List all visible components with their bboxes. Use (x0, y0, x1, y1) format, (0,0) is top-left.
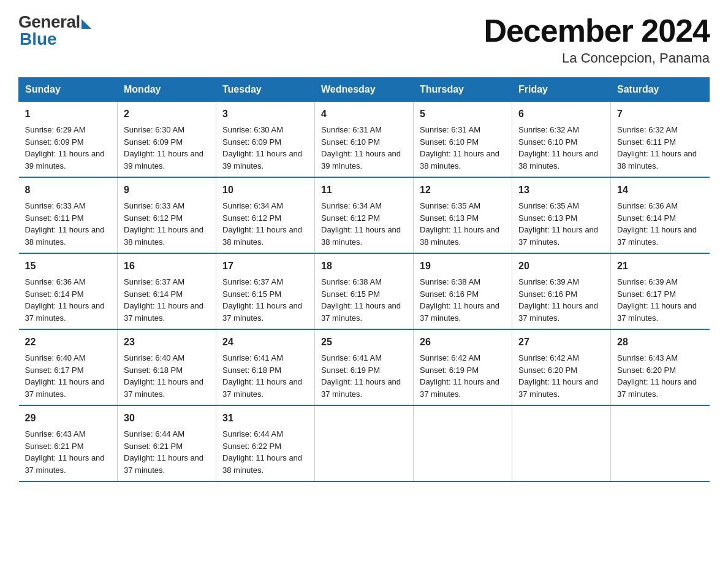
day-info: Sunrise: 6:35 AMSunset: 6:13 PMDaylight:… (420, 201, 499, 247)
day-info: Sunrise: 6:39 AMSunset: 6:17 PMDaylight:… (617, 277, 697, 323)
week-row-1: 1 Sunrise: 6:29 AMSunset: 6:09 PMDayligh… (19, 102, 710, 178)
day-number: 10 (222, 183, 308, 197)
day-number: 31 (222, 411, 308, 426)
logo: General Blue (18, 12, 91, 49)
day-info: Sunrise: 6:44 AMSunset: 6:22 PMDaylight:… (222, 429, 302, 475)
day-number: 14 (617, 183, 703, 197)
day-number: 11 (321, 183, 407, 197)
week-row-5: 29 Sunrise: 6:43 AMSunset: 6:21 PMDaylig… (19, 405, 710, 481)
title-block: December 2024 La Concepcion, Panama (483, 12, 710, 66)
calendar-cell: 18 Sunrise: 6:38 AMSunset: 6:15 PMDaylig… (315, 253, 414, 329)
calendar-cell: 28 Sunrise: 6:43 AMSunset: 6:20 PMDaylig… (611, 329, 710, 405)
calendar-cell: 25 Sunrise: 6:41 AMSunset: 6:19 PMDaylig… (315, 329, 414, 405)
calendar-cell: 8 Sunrise: 6:33 AMSunset: 6:11 PMDayligh… (19, 177, 118, 253)
day-info: Sunrise: 6:32 AMSunset: 6:10 PMDaylight:… (518, 125, 598, 170)
calendar-header: SundayMondayTuesdayWednesdayThursdayFrid… (19, 78, 710, 102)
day-info: Sunrise: 6:42 AMSunset: 6:20 PMDaylight:… (518, 353, 598, 399)
day-number: 12 (420, 183, 506, 197)
day-info: Sunrise: 6:43 AMSunset: 6:21 PMDaylight:… (25, 429, 105, 475)
calendar-title: December 2024 (483, 12, 710, 49)
day-number: 3 (222, 107, 308, 121)
day-number: 17 (222, 259, 308, 274)
day-info: Sunrise: 6:44 AMSunset: 6:21 PMDaylight:… (124, 429, 203, 475)
day-number: 29 (25, 411, 112, 426)
day-number: 30 (124, 411, 210, 426)
calendar-cell: 20 Sunrise: 6:39 AMSunset: 6:16 PMDaylig… (512, 253, 611, 329)
day-info: Sunrise: 6:34 AMSunset: 6:12 PMDaylight:… (222, 201, 302, 247)
calendar-cell: 3 Sunrise: 6:30 AMSunset: 6:09 PMDayligh… (216, 102, 315, 178)
calendar-cell (315, 405, 414, 481)
day-info: Sunrise: 6:43 AMSunset: 6:20 PMDaylight:… (617, 353, 697, 399)
day-number: 22 (25, 335, 112, 350)
week-row-2: 8 Sunrise: 6:33 AMSunset: 6:11 PMDayligh… (19, 177, 710, 253)
day-info: Sunrise: 6:41 AMSunset: 6:19 PMDaylight:… (321, 353, 401, 399)
day-info: Sunrise: 6:37 AMSunset: 6:14 PMDaylight:… (124, 277, 203, 323)
day-number: 7 (617, 107, 703, 121)
day-number: 15 (25, 259, 112, 274)
day-number: 19 (420, 259, 506, 274)
calendar-cell: 12 Sunrise: 6:35 AMSunset: 6:13 PMDaylig… (414, 177, 512, 253)
header-row: SundayMondayTuesdayWednesdayThursdayFrid… (19, 78, 710, 102)
day-number: 2 (124, 107, 210, 121)
calendar-cell: 2 Sunrise: 6:30 AMSunset: 6:09 PMDayligh… (118, 102, 216, 178)
day-info: Sunrise: 6:34 AMSunset: 6:12 PMDaylight:… (321, 201, 401, 247)
day-number: 18 (321, 259, 407, 274)
day-info: Sunrise: 6:42 AMSunset: 6:19 PMDaylight:… (420, 353, 499, 399)
calendar-cell: 27 Sunrise: 6:42 AMSunset: 6:20 PMDaylig… (512, 329, 611, 405)
calendar-cell: 17 Sunrise: 6:37 AMSunset: 6:15 PMDaylig… (216, 253, 315, 329)
calendar-body: 1 Sunrise: 6:29 AMSunset: 6:09 PMDayligh… (19, 102, 710, 482)
logo-arrow-icon (82, 19, 91, 29)
day-number: 24 (222, 335, 308, 350)
day-info: Sunrise: 6:40 AMSunset: 6:17 PMDaylight:… (25, 353, 105, 399)
calendar-cell (611, 405, 710, 481)
day-number: 28 (617, 335, 703, 350)
day-info: Sunrise: 6:31 AMSunset: 6:10 PMDaylight:… (420, 125, 499, 170)
day-info: Sunrise: 6:30 AMSunset: 6:09 PMDaylight:… (222, 125, 302, 170)
calendar-subtitle: La Concepcion, Panama (483, 50, 710, 66)
day-info: Sunrise: 6:38 AMSunset: 6:15 PMDaylight:… (321, 277, 401, 323)
day-info: Sunrise: 6:35 AMSunset: 6:13 PMDaylight:… (518, 201, 598, 247)
day-info: Sunrise: 6:36 AMSunset: 6:14 PMDaylight:… (617, 201, 697, 247)
day-info: Sunrise: 6:36 AMSunset: 6:14 PMDaylight:… (25, 277, 105, 323)
header-sunday: Sunday (19, 78, 118, 102)
calendar-cell: 10 Sunrise: 6:34 AMSunset: 6:12 PMDaylig… (216, 177, 315, 253)
calendar-table: SundayMondayTuesdayWednesdayThursdayFrid… (18, 77, 710, 482)
calendar-cell: 1 Sunrise: 6:29 AMSunset: 6:09 PMDayligh… (19, 102, 118, 178)
day-info: Sunrise: 6:40 AMSunset: 6:18 PMDaylight:… (124, 353, 203, 399)
day-number: 9 (124, 183, 210, 197)
calendar-cell: 6 Sunrise: 6:32 AMSunset: 6:10 PMDayligh… (512, 102, 611, 178)
header-thursday: Thursday (414, 78, 512, 102)
calendar-cell: 29 Sunrise: 6:43 AMSunset: 6:21 PMDaylig… (19, 405, 118, 481)
day-number: 27 (518, 335, 604, 350)
calendar-cell: 19 Sunrise: 6:38 AMSunset: 6:16 PMDaylig… (414, 253, 512, 329)
header-monday: Monday (118, 78, 216, 102)
logo-blue-text: Blue (20, 29, 57, 49)
day-info: Sunrise: 6:33 AMSunset: 6:12 PMDaylight:… (124, 201, 203, 247)
calendar-cell: 31 Sunrise: 6:44 AMSunset: 6:22 PMDaylig… (216, 405, 315, 481)
calendar-cell: 16 Sunrise: 6:37 AMSunset: 6:14 PMDaylig… (118, 253, 216, 329)
day-info: Sunrise: 6:38 AMSunset: 6:16 PMDaylight:… (420, 277, 499, 323)
header-saturday: Saturday (611, 78, 710, 102)
day-number: 21 (617, 259, 703, 274)
day-number: 4 (321, 107, 407, 121)
day-info: Sunrise: 6:32 AMSunset: 6:11 PMDaylight:… (617, 125, 697, 170)
day-info: Sunrise: 6:31 AMSunset: 6:10 PMDaylight:… (321, 125, 401, 170)
calendar-cell (414, 405, 512, 481)
day-info: Sunrise: 6:37 AMSunset: 6:15 PMDaylight:… (222, 277, 302, 323)
calendar-cell: 4 Sunrise: 6:31 AMSunset: 6:10 PMDayligh… (315, 102, 414, 178)
day-number: 1 (25, 107, 112, 121)
calendar-cell: 5 Sunrise: 6:31 AMSunset: 6:10 PMDayligh… (414, 102, 512, 178)
day-number: 6 (518, 107, 604, 121)
calendar-cell: 21 Sunrise: 6:39 AMSunset: 6:17 PMDaylig… (611, 253, 710, 329)
page-header: General Blue December 2024 La Concepcion… (18, 12, 710, 66)
calendar-cell: 24 Sunrise: 6:41 AMSunset: 6:18 PMDaylig… (216, 329, 315, 405)
calendar-cell: 13 Sunrise: 6:35 AMSunset: 6:13 PMDaylig… (512, 177, 611, 253)
calendar-cell: 15 Sunrise: 6:36 AMSunset: 6:14 PMDaylig… (19, 253, 118, 329)
calendar-cell (512, 405, 611, 481)
calendar-cell: 14 Sunrise: 6:36 AMSunset: 6:14 PMDaylig… (611, 177, 710, 253)
header-tuesday: Tuesday (216, 78, 315, 102)
day-info: Sunrise: 6:30 AMSunset: 6:09 PMDaylight:… (124, 125, 203, 170)
calendar-cell: 26 Sunrise: 6:42 AMSunset: 6:19 PMDaylig… (414, 329, 512, 405)
day-number: 23 (124, 335, 210, 350)
calendar-cell: 7 Sunrise: 6:32 AMSunset: 6:11 PMDayligh… (611, 102, 710, 178)
